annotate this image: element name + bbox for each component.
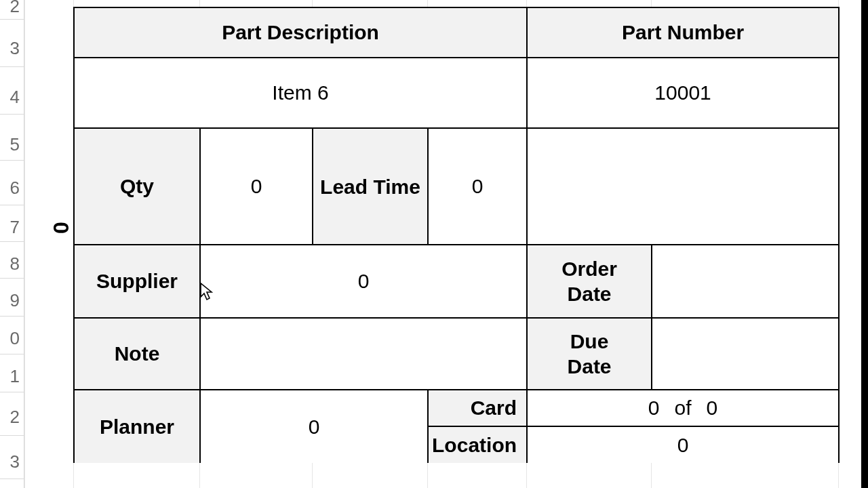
row-headers: 2 3 4 5 6 7 8 9 0 1 2 3 [0,0,24,488]
row-num: 6 [10,178,20,199]
value-note[interactable] [200,318,527,390]
row-num: 3 [10,38,20,59]
row-num: 5 [10,134,20,155]
label-qty: Qty [74,128,200,245]
row-num: 1 [10,366,20,387]
header-part-number: Part Number [527,7,839,58]
value-planner[interactable]: 0 [200,390,428,463]
label-supplier: Supplier [74,245,200,318]
value-order-date[interactable] [652,245,839,318]
row-num: 8 [10,253,20,274]
row-num: 3 [10,451,20,472]
header-part-description: Part Description [74,7,527,58]
value-lead-time[interactable]: 0 [428,128,527,245]
label-due-date: Due Date [527,318,652,390]
row-num: 7 [10,217,20,238]
row-num: 2 [10,407,20,428]
row-num: 9 [10,290,20,311]
card-side-index: 0 [49,222,74,234]
value-due-date[interactable] [652,318,839,390]
row-num: 2 [10,0,20,17]
label-note: Note [74,318,200,390]
value-part-number[interactable]: 10001 [527,58,839,128]
value-qty[interactable]: 0 [200,128,313,245]
row-num: 0 [10,328,20,349]
value-supplier[interactable]: 0 [200,245,527,318]
value-location[interactable]: 0 [527,426,839,463]
row-num: 4 [10,87,20,108]
blank-upper-right[interactable] [527,128,839,245]
label-lead-time: Lead Time [313,128,428,245]
label-card: Card [428,390,527,426]
viewport-right-edge [861,0,868,488]
value-part-description[interactable]: Item 6 [74,58,527,128]
label-planner: Planner [74,390,200,463]
value-card-of[interactable]: 0 of 0 [527,390,839,426]
label-location: Location [428,426,527,463]
kanban-card: Part Description Part Number Item 6 1000… [73,7,838,463]
label-order-date: Order Date [527,245,652,318]
